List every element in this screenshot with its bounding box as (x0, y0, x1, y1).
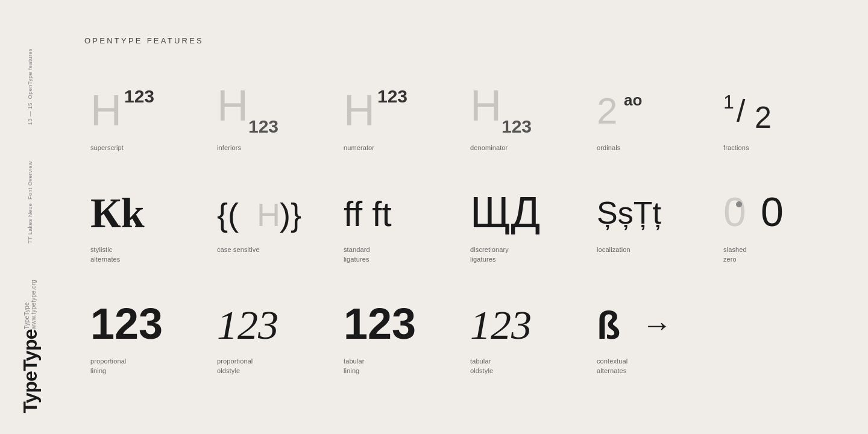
svg-text:123: 123 (217, 302, 278, 346)
feature-case-sensitive: {( H )} case sensitive (211, 171, 338, 283)
feature-label-fractions: fractions (723, 143, 749, 153)
feature-standard-ligatures: ff ft standard ligatures (338, 171, 464, 283)
glyph-discretionary-ligatures: ЩД (470, 177, 555, 237)
svg-text:ff ft: ff ft (344, 194, 392, 233)
svg-text:123: 123 (470, 302, 532, 346)
svg-text:H: H (90, 86, 122, 133)
glyph-stylistic-alternates: Кk (90, 177, 169, 237)
sidebar-top: 13 — 15 OpenType features TT Lakes Neue … (24, 48, 37, 329)
svg-text:123: 123 (124, 86, 154, 106)
svg-text:1: 1 (723, 91, 734, 113)
feature-tabular-lining: 123 tabular lining (338, 283, 464, 394)
svg-text:H: H (257, 197, 280, 233)
feature-label-tabular-lining: tabular lining (344, 356, 364, 376)
feature-discretionary-ligatures: ЩД discretionary ligatures (464, 171, 591, 283)
glyph-tabular-lining: 123 (344, 289, 428, 349)
typetype-logo: TypeType (19, 329, 42, 414)
feature-label-superscript: superscript (90, 143, 124, 153)
svg-text:123: 123 (377, 86, 407, 106)
svg-text:H: H (470, 81, 502, 130)
sidebar-brand-info: TypeType www.typetype.org (24, 280, 37, 329)
svg-text:ȘșȚț: ȘșȚț (597, 195, 661, 230)
glyph-proportional-lining: 123 (90, 289, 175, 349)
feature-label-proportional-lining: proportional lining (90, 356, 126, 376)
glyph-denominator: H 123 (470, 75, 555, 136)
glyph-fractions: 1 / 2 (723, 75, 796, 136)
glyph-contextual-alternates: ß → (597, 289, 693, 349)
svg-point-21 (736, 201, 742, 207)
svg-text:)}: )} (280, 197, 301, 233)
sidebar-font-info: TT Lakes Neue Font Overview (27, 161, 33, 244)
feature-localization: ȘșȚț localization (591, 171, 717, 283)
feature-ordinals: 2 ao ordinals (591, 69, 717, 171)
glyph-slashed-zero: 0 0 (723, 177, 802, 237)
feature-label-proportional-oldstyle: proportional oldstyle (217, 356, 253, 376)
glyph-standard-ligatures: ff ft (344, 177, 434, 237)
features-grid: H 123 superscript H 123 inferiors (84, 69, 844, 394)
glyph-case-sensitive: {( H )} (217, 177, 307, 237)
svg-text:Кk: Кk (90, 190, 145, 234)
glyph-localization: ȘșȚț (597, 177, 693, 237)
svg-text:2: 2 (597, 90, 617, 131)
feature-denominator: H 123 denominator (464, 69, 591, 171)
svg-text:123: 123 (248, 116, 278, 133)
feature-inferiors: H 123 inferiors (211, 69, 338, 171)
main-content: OPENTYPE FEATURES H 123 superscript H 12… (84, 36, 844, 394)
svg-text:H: H (344, 86, 375, 133)
svg-text:{(: {( (217, 197, 239, 233)
feature-label-inferiors: inferiors (217, 143, 241, 153)
feature-label-localization: localization (597, 245, 631, 255)
svg-text:2: 2 (755, 101, 772, 133)
sidebar-page-info: 13 — 15 OpenType features (27, 48, 33, 125)
glyph-inferiors: H 123 (217, 75, 301, 136)
svg-text:ao: ao (624, 91, 642, 109)
sidebar: 13 — 15 OpenType features TT Lakes Neue … (0, 0, 60, 434)
svg-text:123: 123 (344, 300, 416, 346)
glyph-ordinals: 2 ao (597, 75, 681, 136)
feature-stylistic-alternates: Кk stylistic alternates (84, 171, 211, 283)
glyph-tabular-oldstyle: 123 (470, 289, 555, 349)
feature-label-case-sensitive: case sensitive (217, 245, 260, 255)
sidebar-logo: TypeType (19, 329, 42, 414)
feature-contextual-alternates: ß → contextual alternates (591, 283, 717, 394)
svg-text:→: → (642, 308, 672, 342)
feature-label-ordinals: ordinals (597, 143, 620, 153)
page-title: OPENTYPE FEATURES (84, 36, 844, 45)
feature-label-stylistic-alternates: stylistic alternates (90, 245, 120, 265)
feature-slashed-zero: 0 0 slashed zero (717, 171, 844, 283)
feature-superscript: H 123 superscript (84, 69, 211, 171)
glyph-superscript: H 123 (90, 75, 175, 136)
glyph-numerator: H 123 (344, 75, 428, 136)
svg-text:0: 0 (761, 189, 784, 234)
svg-text:ß: ß (597, 304, 620, 346)
svg-text:/: / (737, 93, 746, 128)
glyph-proportional-oldstyle: 123 (217, 289, 301, 349)
svg-text:0: 0 (723, 189, 746, 234)
svg-text:123: 123 (502, 116, 532, 133)
feature-tabular-oldstyle: 123 tabular oldstyle (464, 283, 591, 394)
svg-text:123: 123 (90, 300, 163, 346)
feature-fractions: 1 / 2 fractions (717, 69, 844, 171)
svg-text:H: H (217, 81, 248, 130)
feature-label-standard-ligatures: standard ligatures (344, 245, 370, 265)
feature-proportional-oldstyle: 123 proportional oldstyle (211, 283, 338, 394)
feature-numerator: H 123 numerator (338, 69, 464, 171)
feature-label-contextual-alternates: contextual alternates (597, 356, 627, 376)
feature-label-denominator: denominator (470, 143, 508, 153)
feature-proportional-lining: 123 proportional lining (84, 283, 211, 394)
feature-label-numerator: numerator (344, 143, 374, 153)
feature-label-tabular-oldstyle: tabular oldstyle (470, 356, 493, 376)
feature-label-discretionary-ligatures: discretionary ligatures (470, 245, 509, 265)
svg-text:ЩД: ЩД (470, 188, 540, 234)
feature-label-slashed-zero: slashed zero (723, 245, 747, 265)
